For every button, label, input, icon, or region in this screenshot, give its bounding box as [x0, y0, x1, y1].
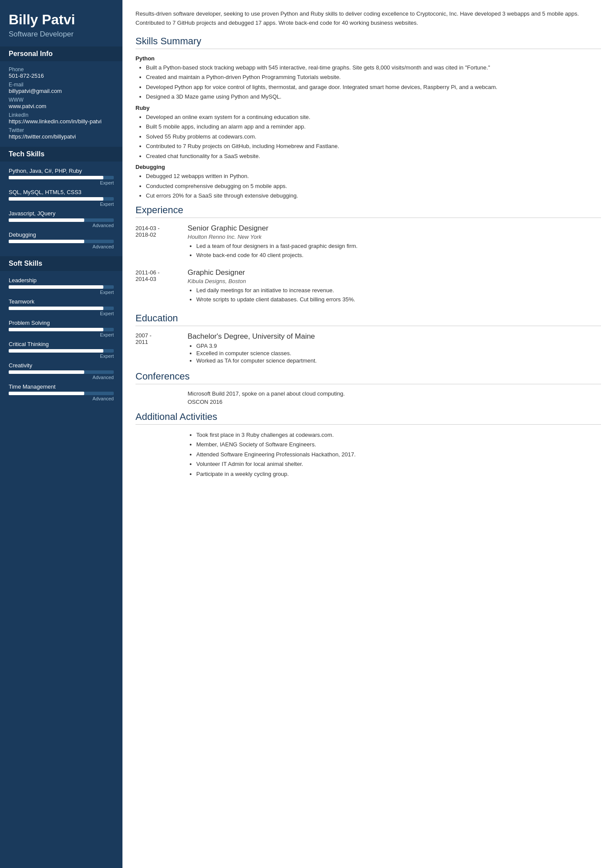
twitter-value: https://twitter.com/billypatvi — [9, 133, 114, 140]
skill-level: Advanced — [9, 223, 114, 228]
soft-skill-item: Problem Solving Expert — [0, 317, 122, 338]
skill-level: Advanced — [9, 375, 114, 380]
resume-container: Billy Patvi Software Developer Personal … — [0, 0, 614, 868]
personal-info-section: Personal Info Phone 501-872-2516 E-mail … — [0, 46, 122, 141]
skill-level: Expert — [9, 311, 114, 316]
personal-info-heading: Personal Info — [0, 46, 122, 61]
skill-level: Expert — [9, 180, 114, 185]
conferences-section: Conferences Microsoft Build 2017, spoke … — [135, 371, 601, 407]
edu-date: 2007 - 2011 — [135, 332, 188, 365]
edu-bullets-list: GPA 3.9Excelled in computer science clas… — [196, 343, 601, 364]
skill-level: Expert — [9, 290, 114, 295]
exp-bullet: Led a team of four designers in a fast-p… — [196, 242, 601, 251]
skill-bar-bg — [9, 218, 114, 222]
additional-title: Additional Activities — [135, 411, 601, 425]
exp-bullet: Wrote scripts to update client databases… — [196, 295, 601, 304]
exp-bullets-list: Led daily meetings for an initiative to … — [196, 286, 601, 304]
skill-bar-bg — [9, 307, 114, 310]
skill-bar-bg — [9, 240, 114, 243]
skill-level: Advanced — [9, 396, 114, 401]
conferences-list: Microsoft Build 2017, spoke on a panel a… — [135, 390, 601, 407]
skill-bullets-list: Debugged 12 webapps written in Python.Co… — [146, 172, 601, 200]
skill-name: Teamwork — [9, 298, 114, 305]
exp-bullet: Wrote back-end code for 40 client projec… — [196, 251, 601, 260]
skill-group-name: Debugging — [135, 164, 601, 170]
soft-skill-item: Critical Thinking Expert — [0, 338, 122, 360]
soft-skill-item: Time Management Advanced — [0, 381, 122, 402]
skill-name: Critical Thinking — [9, 341, 114, 347]
experience-entry: 2014-03 - 2018-02 Senior Graphic Designe… — [135, 224, 601, 261]
education-title: Education — [135, 313, 601, 326]
skill-name: Time Management — [9, 383, 114, 390]
skill-bullets-list: Developed an online exam system for a co… — [146, 113, 601, 161]
skill-bullet: Conducted comprehensive debugging on 5 m… — [146, 182, 601, 191]
candidate-title: Software Developer — [9, 30, 114, 39]
skill-bar-bg — [9, 197, 114, 201]
skill-level: Expert — [9, 332, 114, 337]
education-section: Education 2007 - 2011 Bachelor's Degree,… — [135, 313, 601, 365]
skill-level: Expert — [9, 201, 114, 207]
tech-skill-item: Debugging Advanced — [0, 229, 122, 250]
soft-skills-section: Soft Skills Leadership Expert Teamwork E… — [0, 256, 122, 402]
skill-name: Debugging — [9, 231, 114, 238]
education-list: 2007 - 2011 Bachelor's Degree, Universit… — [135, 332, 601, 365]
edu-degree: Bachelor's Degree, University of Maine — [188, 332, 601, 341]
skills-groups: Python Built a Python-based stock tracki… — [135, 55, 601, 200]
www-label: WWW — [9, 97, 114, 103]
skill-bar-fill — [9, 285, 103, 289]
skill-bar-bg — [9, 176, 114, 179]
www-field: WWW www.patvi.com — [0, 95, 122, 110]
soft-skill-item: Teamwork Expert — [0, 296, 122, 317]
soft-skill-item: Creativity Advanced — [0, 360, 122, 381]
skill-name: Creativity — [9, 362, 114, 369]
exp-bullets-list: Led a team of four designers in a fast-p… — [196, 242, 601, 260]
additional-section: Additional Activities Took first place i… — [135, 411, 601, 480]
experience-section: Experience 2014-03 - 2018-02 Senior Grap… — [135, 205, 601, 305]
skill-bar-bg — [9, 285, 114, 289]
exp-content: Senior Graphic Designer Houlton Renno In… — [188, 224, 601, 261]
conference-entry: Microsoft Build 2017, spoke on a panel a… — [188, 390, 345, 397]
candidate-name: Billy Patvi — [9, 12, 114, 27]
skill-bar-fill — [9, 349, 103, 353]
skill-bullet: Created chat functionality for a SaaS we… — [146, 152, 601, 161]
sidebar-header: Billy Patvi Software Developer — [0, 0, 122, 46]
linkedin-label: LinkedIn — [9, 112, 114, 118]
experience-entry: 2011-06 - 2014-03 Graphic Designer Kibul… — [135, 268, 601, 305]
skill-name: SQL, MySQL, HTML5, CSS3 — [9, 189, 114, 195]
skill-bullet: Contributed to 7 Ruby projects on GitHub… — [146, 142, 601, 151]
conference-entry: OSCON 2016 — [188, 399, 345, 405]
phone-label: Phone — [9, 66, 114, 73]
tech-skill-item: SQL, MySQL, HTML5, CSS3 Expert — [0, 186, 122, 208]
skill-bar-fill — [9, 307, 103, 310]
exp-bullet: Led daily meetings for an initiative to … — [196, 286, 601, 295]
additional-bullet: Took first place in 3 Ruby challenges at… — [196, 431, 356, 439]
summary-text: Results-driven software developer, seeki… — [135, 10, 601, 28]
skill-level: Expert — [9, 353, 114, 359]
additional-bullet: Volunteer IT Admin for local animal shel… — [196, 460, 356, 469]
additional-bullet: Participate in a weekly cycling group. — [196, 470, 356, 479]
skill-bullet: Built 5 mobile apps, including an alarm … — [146, 122, 601, 131]
skill-bar-bg — [9, 370, 114, 374]
tech-skills-heading: Tech Skills — [0, 147, 122, 162]
exp-date: 2014-03 - 2018-02 — [135, 224, 188, 261]
additional-bullet: Member, IAENG Society of Software Engine… — [196, 440, 356, 449]
skill-bar-fill — [9, 197, 103, 201]
skill-bullet: Developed an online exam system for a co… — [146, 113, 601, 122]
skill-bar-bg — [9, 328, 114, 331]
linkedin-value: https://www.linkedin.com/in/billy-patvi — [9, 118, 114, 125]
email-value: billypatvi@gmail.com — [9, 88, 114, 94]
skill-bar-fill — [9, 392, 84, 395]
experience-list: 2014-03 - 2018-02 Senior Graphic Designe… — [135, 224, 601, 305]
education-entry: 2007 - 2011 Bachelor's Degree, Universit… — [135, 332, 601, 365]
skill-level: Advanced — [9, 244, 114, 249]
linkedin-field: LinkedIn https://www.linkedin.com/in/bil… — [0, 110, 122, 125]
skill-bar-bg — [9, 349, 114, 353]
skill-name: Problem Solving — [9, 320, 114, 326]
soft-skill-item: Leadership Expert — [0, 274, 122, 296]
additional-bullets-wrap: Took first place in 3 Ruby challenges at… — [135, 431, 601, 480]
skill-name: Javascript, JQuery — [9, 210, 114, 217]
skill-group: Debugging Debugged 12 webapps written in… — [135, 164, 601, 200]
tech-skill-item: Javascript, JQuery Advanced — [0, 208, 122, 229]
phone-field: Phone 501-872-2516 — [0, 65, 122, 80]
skill-group: Ruby Developed an online exam system for… — [135, 105, 601, 161]
